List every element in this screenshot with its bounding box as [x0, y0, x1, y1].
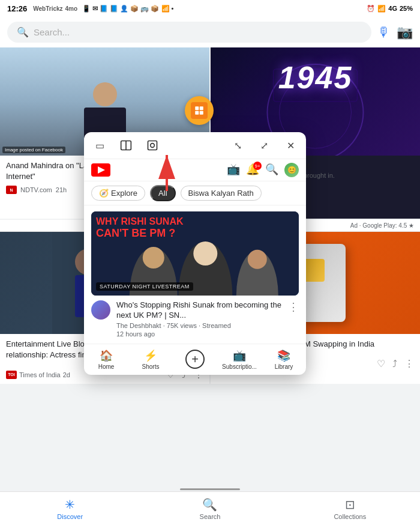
- discover-label: Discover: [57, 513, 83, 520]
- svg-point-18: [193, 241, 217, 266]
- person-pill[interactable]: Biswa Kalyan Rath: [181, 186, 262, 201]
- yt-video-card[interactable]: WHY RISHI SUNAK CAN'T BE PM ? SATURDAY N…: [84, 205, 306, 344]
- yt-search-icon[interactable]: 🔍: [265, 163, 278, 177]
- cast-icon[interactable]: 📺: [227, 163, 240, 177]
- close-icon[interactable]: ✕: [282, 137, 299, 154]
- channel-avatar: [91, 300, 110, 320]
- streamed-label: Streamed: [202, 322, 231, 329]
- battery: 25%: [400, 5, 413, 12]
- yt-thumbnail: WHY RISHI SUNAK CAN'T BE PM ? SATURDAY N…: [91, 211, 299, 296]
- heart-icon-right[interactable]: ♡: [377, 358, 385, 369]
- svg-rect-20: [195, 106, 199, 110]
- yt-bottom-nav: 🏠 Home ⚡ Shorts + 📺 Subscriptio... 📚 Lib…: [84, 344, 306, 375]
- search-label: Search: [200, 513, 221, 520]
- bottom-left-time: 2d: [63, 371, 70, 378]
- lens-icon[interactable]: 📷: [397, 25, 413, 40]
- left-top-source: NDTV.com: [20, 186, 52, 193]
- voice-search-icon[interactable]: 🎙: [377, 25, 391, 40]
- home-label: Home: [98, 363, 115, 370]
- explore-label: Explore: [111, 189, 137, 198]
- bottom-indicator: [180, 488, 240, 490]
- bell-badge: 9+: [253, 162, 262, 170]
- nav-collections[interactable]: ⊡ Collections: [280, 492, 420, 525]
- search-bar[interactable]: 🔍 Search...: [7, 22, 371, 43]
- svg-point-19: [248, 250, 267, 269]
- bottom-left-source-name: Times of India: [19, 371, 61, 378]
- svg-rect-21: [200, 106, 203, 110]
- yt-toolbar: ▭ ⤡ ⤢ ✕: [84, 132, 306, 159]
- search-nav-icon: 🔍: [202, 497, 217, 512]
- svg-point-12: [151, 144, 155, 148]
- search-icon: 🔍: [17, 26, 29, 38]
- search-bar-container: 🔍 Search... 🎙 📷: [0, 17, 420, 47]
- window-icon[interactable]: ▭: [91, 137, 108, 154]
- youtube-logo[interactable]: [91, 163, 110, 177]
- launcher-inner: [191, 102, 208, 119]
- view-count: 75K views: [167, 322, 197, 329]
- status-right: ⏰ 📶 4G 25%: [367, 5, 413, 13]
- time: 12:26: [7, 4, 27, 13]
- subscriptions-label: Subscriptio...: [222, 363, 257, 370]
- video-sub: The Deshbhakt · 75K views · Streamed: [116, 322, 282, 329]
- nav-discover[interactable]: ✳ Discover: [0, 492, 140, 525]
- yt-shorts-btn[interactable]: ⚡ Shorts: [128, 348, 173, 371]
- plus-icon[interactable]: +: [185, 350, 205, 369]
- bell-icon[interactable]: 🔔 9+: [246, 163, 259, 177]
- time-ago: 4mo: [65, 5, 78, 12]
- maximize-icon[interactable]: ⤢: [256, 137, 272, 154]
- video-time: 12 hours ago: [116, 330, 282, 338]
- shorts-label: Shorts: [142, 363, 160, 370]
- more-icon-right[interactable]: ⋮: [404, 358, 414, 369]
- discover-icon: ✳: [65, 497, 75, 512]
- status-bar: 12:26 WebTrickz 4mo 📱 ✉ 📘 📘 👤 📦 🚌 📦 📶 • …: [0, 0, 420, 17]
- video-title: Who's Stopping Rishi Sunak from becoming…: [116, 300, 282, 321]
- thumbnail-subtitle: CAN'T BE PM ?: [96, 227, 294, 240]
- explore-pill[interactable]: 🧭 Explore: [91, 186, 145, 201]
- livestream-badge: SATURDAY NIGHT LIVESTREAM: [96, 282, 193, 291]
- yt-library-btn[interactable]: 📚 Library: [262, 348, 306, 371]
- yt-create-btn[interactable]: +: [173, 348, 217, 371]
- toi-logo: TOI: [6, 371, 17, 379]
- launcher-icon[interactable]: [185, 96, 214, 125]
- yt-avatar[interactable]: 😊: [284, 163, 299, 177]
- collections-label: Collections: [334, 513, 366, 520]
- wifi-icon: 📶: [377, 5, 386, 13]
- red-arrow: [149, 149, 185, 199]
- compass-icon: 🧭: [99, 189, 109, 198]
- split-icon[interactable]: [118, 137, 134, 154]
- thumbnail-text: WHY RISHI SUNAK CAN'T BE PM ?: [96, 216, 294, 240]
- subscriptions-icon: 📺: [233, 349, 246, 362]
- youtube-popup: ▭ ⤡ ⤢ ✕ 📺 🔔 9+ 🔍 😊: [84, 132, 306, 375]
- video-meta: Who's Stopping Rishi Sunak from becoming…: [116, 300, 282, 338]
- yt-nav-icons: 📺 🔔 9+ 🔍 😊: [227, 163, 299, 177]
- library-label: Library: [275, 363, 293, 370]
- video-more-icon[interactable]: ⋮: [288, 300, 299, 314]
- yt-video-info: Who's Stopping Rishi Sunak from becoming…: [91, 300, 299, 338]
- nav-search[interactable]: 🔍 Search: [140, 492, 280, 525]
- channel-name: The Deshbhakt: [116, 322, 161, 329]
- library-icon: 📚: [277, 349, 290, 362]
- search-placeholder: Search...: [34, 27, 70, 37]
- bottom-right-action-icons: ♡ ⤴ ⋮: [377, 358, 414, 369]
- svg-rect-22: [195, 111, 199, 115]
- alarm-icon: ⏰: [367, 5, 375, 13]
- ndtv-logo: N: [6, 186, 17, 194]
- person-pill-label: Biswa Kalyan Rath: [188, 189, 254, 198]
- yt-subscriptions-btn[interactable]: 📺 Subscriptio...: [217, 348, 262, 371]
- minimize-icon[interactable]: ⤡: [229, 137, 246, 154]
- left-top-time: 21h: [56, 186, 67, 193]
- svg-rect-23: [200, 111, 203, 115]
- share-icon-right[interactable]: ⤴: [392, 359, 397, 369]
- thumbnail-title: WHY RISHI SUNAK: [96, 216, 294, 227]
- yt-nav-row: 📺 🔔 9+ 🔍 😊: [84, 159, 306, 181]
- home-icon: 🏠: [100, 349, 113, 362]
- collections-icon: ⊡: [345, 497, 355, 512]
- image-label: Image posted on Facebook: [2, 147, 65, 153]
- bottom-nav: ✳ Discover 🔍 Search ⊡ Collections: [0, 491, 420, 525]
- person-head: [93, 82, 117, 106]
- svg-point-17: [143, 247, 164, 269]
- shorts-icon: ⚡: [144, 349, 157, 362]
- yt-home-btn[interactable]: 🏠 Home: [84, 348, 128, 371]
- signal-icon: 4G: [388, 5, 397, 12]
- yt-pills: 🧭 Explore All Biswa Kalyan Rath: [84, 181, 306, 205]
